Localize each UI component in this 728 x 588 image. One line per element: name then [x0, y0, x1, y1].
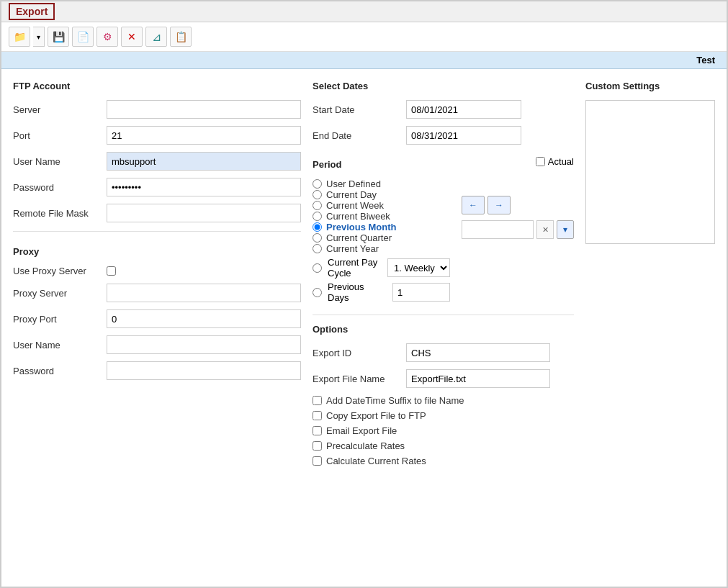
dropdown-arrow-button[interactable]: ▾	[33, 27, 45, 47]
radio-current-day-input[interactable]	[313, 190, 322, 199]
end-date-label: End Date	[313, 130, 406, 141]
right-panel: Custom Settings	[585, 81, 715, 575]
left-panel: FTP Account Server Port User Name Passwo…	[13, 81, 301, 575]
radio-user-defined-input[interactable]	[313, 179, 322, 189]
server-label: Server	[13, 104, 107, 115]
port-group: Port	[13, 126, 301, 145]
precalculate-checkbox[interactable]	[313, 441, 322, 451]
main-content: FTP Account Server Port User Name Passwo…	[1, 69, 727, 587]
radio-current-biweek: Current Biweek	[313, 211, 450, 222]
password-input[interactable]	[107, 178, 301, 196]
radio-current-quarter-input[interactable]	[313, 233, 322, 243]
proxy-username-label: User Name	[13, 340, 107, 350]
proxy-port-input[interactable]	[107, 309, 301, 328]
previous-days-input[interactable]	[392, 283, 450, 302]
email-export-label[interactable]: Email Export File	[326, 425, 397, 436]
server-input[interactable]	[107, 100, 301, 119]
use-proxy-label: Use Proxy Server	[13, 266, 107, 276]
port-input[interactable]	[107, 126, 301, 145]
use-proxy-checkbox[interactable]	[107, 266, 116, 276]
settings-button[interactable]: ⚙	[96, 27, 118, 47]
close-button[interactable]: ✕	[121, 27, 143, 47]
export-file-name-label: Export File Name	[313, 374, 406, 384]
period-dropdown-input[interactable]	[462, 220, 534, 239]
radio-user-defined-label[interactable]: User Defined	[326, 178, 381, 189]
end-date-input[interactable]	[406, 126, 521, 145]
period-dropdown-arrow[interactable]: ▾	[557, 220, 574, 239]
proxy-section: Proxy Use Proxy Server Proxy Server Prox…	[13, 246, 301, 380]
previous-days-row: Previous Days	[313, 281, 450, 303]
username-group: User Name	[13, 152, 301, 171]
middle-panel: Select Dates Start Date End Date Period …	[313, 81, 574, 575]
password-group: Password	[13, 178, 301, 196]
remote-file-mask-group: Remote File Mask	[13, 204, 301, 222]
add-datetime-label[interactable]: Add DateTime Suffix to file Name	[326, 395, 464, 406]
main-window: Export 📁 ▾ 💾 📄 ⚙ ✕ ⊿ 📋 Test FTP Account …	[0, 0, 728, 588]
open-button[interactable]: 📁	[9, 27, 30, 47]
radio-previous-days-label[interactable]: Previous Days	[328, 281, 387, 303]
actual-checkbox[interactable]	[536, 157, 545, 166]
export-icon-button[interactable]: 📋	[170, 27, 192, 47]
nav-right-button[interactable]: →	[487, 196, 511, 214]
end-date-group: End Date	[313, 126, 574, 145]
radio-current-pay-cycle-input[interactable]	[313, 263, 322, 273]
radio-current-biweek-input[interactable]	[313, 212, 322, 221]
actual-label: Actual	[548, 156, 574, 167]
use-proxy-group: Use Proxy Server	[13, 266, 301, 276]
radio-current-year-label[interactable]: Current Year	[326, 243, 379, 254]
start-date-input[interactable]	[406, 100, 521, 119]
save-button[interactable]: 💾	[48, 27, 69, 47]
export-id-group: Export ID	[313, 343, 574, 362]
proxy-username-input[interactable]	[107, 335, 301, 354]
document-button[interactable]: 📄	[72, 27, 94, 47]
start-date-label: Start Date	[313, 104, 406, 115]
period-title: Period	[313, 159, 341, 170]
ftp-account-title: FTP Account	[13, 81, 301, 91]
radio-current-week-input[interactable]	[313, 201, 322, 210]
period-right-col: ← → ✕ ▾	[462, 178, 574, 239]
radio-current-day: Current Day	[313, 189, 450, 200]
radio-previous-month-label[interactable]: Previous Month	[326, 222, 397, 232]
add-datetime-checkbox[interactable]	[313, 396, 322, 405]
pay-cycle-select[interactable]: 1. Weekly	[387, 258, 450, 277]
radio-current-pay-cycle-label[interactable]: Current Pay Cycle	[328, 257, 382, 279]
proxy-server-input[interactable]	[107, 284, 301, 302]
current-pay-cycle-row: Current Pay Cycle 1. Weekly	[313, 257, 450, 279]
clear-button[interactable]: ✕	[536, 220, 554, 239]
email-export-checkbox[interactable]	[313, 426, 322, 435]
email-export-row: Email Export File	[313, 425, 574, 436]
options-section: Options Export ID Export File Name Add D…	[313, 324, 574, 466]
proxy-password-input[interactable]	[107, 361, 301, 380]
copy-ftp-checkbox[interactable]	[313, 411, 322, 420]
proxy-title: Proxy	[13, 246, 301, 257]
copy-ftp-label[interactable]: Copy Export File to FTP	[326, 410, 426, 421]
radio-current-day-label[interactable]: Current Day	[326, 189, 377, 200]
radio-current-week-label[interactable]: Current Week	[326, 200, 384, 211]
radio-current-biweek-label[interactable]: Current Biweek	[326, 211, 390, 222]
proxy-password-label: Password	[13, 366, 107, 376]
radio-previous-month-input[interactable]	[313, 222, 322, 232]
username-input[interactable]	[107, 152, 301, 171]
nav-left-button[interactable]: ←	[462, 196, 485, 214]
radio-previous-days-input[interactable]	[313, 288, 322, 297]
custom-settings-title: Custom Settings	[585, 81, 715, 91]
actual-row: Actual	[536, 156, 574, 167]
radio-current-year-input[interactable]	[313, 244, 322, 253]
options-title: Options	[313, 324, 574, 335]
export-file-name-input[interactable]	[406, 369, 550, 388]
radio-user-defined: User Defined	[313, 178, 450, 189]
custom-settings-box	[585, 100, 715, 244]
toolbar: 📁 ▾ 💾 📄 ⚙ ✕ ⊿ 📋	[1, 22, 727, 52]
proxy-password-group: Password	[13, 361, 301, 380]
calculate-current-label[interactable]: Calculate Current Rates	[326, 456, 426, 466]
calculate-current-checkbox[interactable]	[313, 456, 322, 466]
export-id-input[interactable]	[406, 343, 550, 362]
remote-file-mask-input[interactable]	[107, 204, 301, 222]
period-radio-col: User Defined Current Day Current Week	[313, 178, 450, 303]
radio-previous-month: Previous Month	[313, 222, 450, 232]
test-banner: Test	[1, 52, 727, 69]
filter-button[interactable]: ⊿	[145, 27, 167, 47]
precalculate-label[interactable]: Precalculate Rates	[326, 440, 405, 451]
password-label: Password	[13, 182, 107, 193]
radio-current-quarter-label[interactable]: Current Quarter	[326, 232, 392, 243]
